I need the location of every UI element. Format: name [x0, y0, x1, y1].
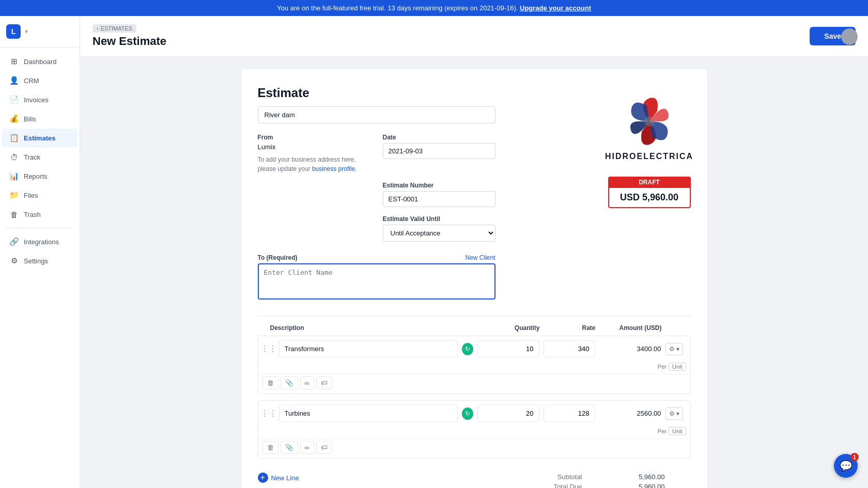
- business-profile-link[interactable]: business profile.: [312, 165, 357, 172]
- recurring-icon-1[interactable]: ↻: [462, 343, 473, 355]
- sidebar-item-invoices[interactable]: 📄 Invoices: [2, 90, 78, 109]
- sidebar-item-label: Track: [24, 153, 40, 161]
- amount-header: Amount (USD): [600, 324, 662, 332]
- sidebar-item-label: Dashboard: [24, 58, 57, 66]
- files-icon: 📁: [9, 191, 19, 200]
- page-title: New Estimate: [92, 35, 166, 48]
- sidebar-item-label: Integrations: [24, 238, 59, 246]
- estimate-number-field-right: Estimate Number: [383, 182, 495, 207]
- link-btn-2[interactable]: ∞: [300, 441, 314, 454]
- upgrade-link[interactable]: Upgrade your account: [520, 4, 591, 12]
- trial-banner: You are on the full-featured free trial.…: [0, 0, 868, 16]
- valid-until-field: Estimate Valid Until Until Acceptance 30…: [383, 215, 495, 242]
- sidebar-item-label: Reports: [24, 172, 48, 180]
- sidebar-item-reports[interactable]: 📊 Reports: [2, 167, 78, 185]
- sidebar-item-trash[interactable]: 🗑 Trash: [2, 205, 78, 224]
- sidebar-item-bills[interactable]: 💰 Bills: [2, 109, 78, 128]
- sidebar-item-track[interactable]: ⏱ Track: [2, 148, 78, 166]
- unit-badge-2[interactable]: Unit: [669, 427, 686, 435]
- delete-item-btn-2[interactable]: 🗑: [262, 441, 278, 454]
- from-label: From: [258, 134, 370, 141]
- line-items-section: Description Quantity Rate Amount (USD) ⋮…: [258, 316, 691, 488]
- estimate-name-input[interactable]: [258, 106, 495, 123]
- estimate-heading: Estimate: [258, 86, 495, 100]
- total-amount-display: USD 5,960.00: [608, 188, 691, 208]
- tag-btn-2[interactable]: 🏷: [316, 441, 332, 454]
- draft-badge: DRAFT: [608, 177, 691, 188]
- sidebar-item-estimates[interactable]: 📋 Estimates: [2, 129, 78, 147]
- item-quantity-2[interactable]: [477, 405, 539, 422]
- line-item-main-2: ⋮⋮ ↻ 2560.00 ⚙ ▾: [258, 401, 690, 426]
- item-rate-2[interactable]: [544, 405, 595, 422]
- per-label-1: Per: [658, 364, 667, 370]
- item-rate-1[interactable]: [544, 340, 595, 357]
- item-actions-1: ⚙ ▾: [665, 343, 686, 355]
- to-section: To (Required) New Client: [258, 254, 495, 301]
- sidebar-item-label: Invoices: [24, 96, 49, 104]
- valid-until-select[interactable]: Until Acceptance 30 Days 60 Days 90 Days: [383, 225, 495, 242]
- sidebar-item-label: CRM: [24, 77, 39, 85]
- sidebar-item-dashboard[interactable]: ⊞ Dashboard: [2, 52, 78, 71]
- unit-badge-1[interactable]: Unit: [669, 363, 686, 371]
- sidebar-item-integrations[interactable]: 🔗 Integrations: [2, 232, 78, 251]
- to-label: To (Required): [258, 254, 298, 261]
- breadcrumb-arrow: ‹: [97, 25, 99, 32]
- drag-handle-2[interactable]: ⋮⋮: [262, 408, 275, 418]
- desc-cell-1: ↻: [279, 340, 473, 357]
- sidebar-item-settings[interactable]: ⚙ Settings: [2, 251, 78, 270]
- estimate-form: Estimate From Lumix To add your business…: [241, 69, 707, 488]
- date-field: Date: [383, 134, 495, 174]
- new-client-link[interactable]: New Client: [465, 254, 495, 261]
- add-line-button[interactable]: + New Line: [258, 468, 299, 487]
- chat-button[interactable]: 💬 1: [834, 454, 858, 478]
- item-gear-btn-1[interactable]: ⚙ ▾: [665, 343, 683, 355]
- attach-btn-1[interactable]: 📎: [281, 376, 298, 389]
- breadcrumb-text: ESTIMATES: [101, 25, 133, 32]
- address-note: To add your business address here, pleas…: [258, 155, 370, 174]
- item-desc-input-1[interactable]: [279, 340, 458, 357]
- valid-until-label: Estimate Valid Until: [383, 215, 495, 223]
- sidebar-nav: ⊞ Dashboard 👤 CRM 📄 Invoices 💰 Bills 📋 E…: [0, 48, 80, 275]
- line-item-transformers: ⋮⋮ ↻ 3400.00 ⚙ ▾: [258, 336, 691, 394]
- client-name-input[interactable]: [258, 263, 495, 300]
- item-amount-1: 3400.00: [599, 345, 661, 353]
- breadcrumb: ‹ ESTIMATES: [92, 24, 166, 33]
- logo-dropdown-icon[interactable]: ▾: [25, 28, 28, 35]
- estimate-number-label: Estimate Number: [383, 182, 495, 189]
- estimate-number-input[interactable]: [383, 191, 495, 207]
- date-label: Date: [383, 134, 495, 141]
- item-gear-btn-2[interactable]: ⚙ ▾: [665, 407, 683, 420]
- form-right: HIDROELECTRICA DRAFT USD 5,960.00: [608, 86, 691, 208]
- drag-handle-1[interactable]: ⋮⋮: [262, 344, 275, 354]
- tag-btn-1[interactable]: 🏷: [316, 376, 332, 389]
- recurring-icon-2[interactable]: ↻: [462, 407, 473, 420]
- user-avatar[interactable]: [841, 28, 858, 45]
- line-items-header: Description Quantity Rate Amount (USD): [258, 324, 691, 336]
- total-due-label: Total Due: [554, 483, 582, 488]
- sidebar-item-files[interactable]: 📁 Files: [2, 186, 78, 204]
- sidebar-item-label: Bills: [24, 115, 36, 123]
- bills-icon: 💰: [9, 114, 19, 123]
- breadcrumb-badge[interactable]: ‹ ESTIMATES: [92, 24, 136, 33]
- sidebar-item-crm[interactable]: 👤 CRM: [2, 71, 78, 90]
- delete-item-btn-1[interactable]: 🗑: [262, 376, 278, 389]
- crm-icon: 👤: [9, 76, 19, 85]
- draft-amount-block: DRAFT USD 5,960.00: [608, 177, 691, 208]
- svg-point-0: [644, 116, 655, 127]
- estimates-icon: 📋: [9, 133, 19, 143]
- form-content: Estimate From Lumix To add your business…: [229, 57, 720, 488]
- add-line-label: New Line: [271, 474, 299, 482]
- link-btn-1[interactable]: ∞: [300, 376, 314, 389]
- page-header: ‹ ESTIMATES New Estimate Save: [80, 16, 868, 57]
- attach-btn-2[interactable]: 📎: [281, 441, 298, 454]
- logo-svg: [621, 93, 678, 150]
- date-input[interactable]: [383, 143, 495, 159]
- line-item-turbines: ⋮⋮ ↻ 2560.00 ⚙ ▾: [258, 400, 691, 459]
- item-desc-input-2[interactable]: [279, 405, 458, 422]
- add-line-icon: +: [258, 473, 268, 483]
- totals-section: Subtotal 5,960.00 Total Due 5,960.00: [554, 473, 691, 488]
- line-item-main-1: ⋮⋮ ↻ 3400.00 ⚙ ▾: [258, 336, 690, 361]
- item-amount-2: 2560.00: [599, 410, 661, 417]
- item-quantity-1[interactable]: [477, 340, 539, 357]
- subtotal-value: 5,960.00: [624, 473, 665, 481]
